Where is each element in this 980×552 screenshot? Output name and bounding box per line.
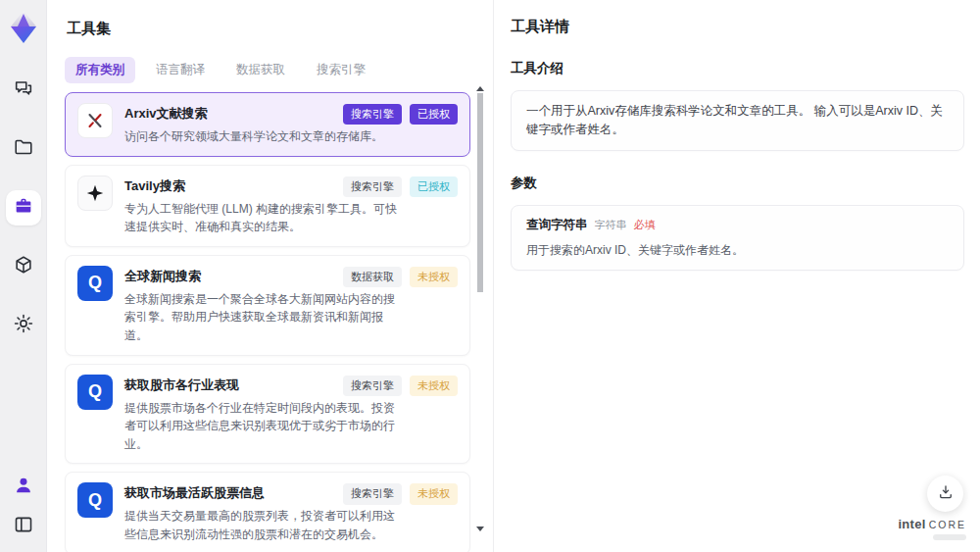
- category-badge: 数据获取: [343, 267, 402, 287]
- folder-icon: [13, 136, 34, 162]
- auth-status-badge: 已授权: [410, 176, 458, 197]
- core-logo-text: CORE: [929, 519, 966, 530]
- tab-data-acquisition[interactable]: 数据获取: [225, 57, 296, 83]
- tool-desc: 提供当天交易量最高的股票列表，投资者可以利用这些信息来识别流动性强的股票和潜在的…: [124, 507, 397, 543]
- intro-heading: 工具介绍: [511, 60, 964, 77]
- tool-desc: 提供股票市场各个行业在特定时间段内的表现。投资者可以利用这些信息来识别表现优于或…: [124, 399, 397, 454]
- tool-card[interactable]: Arxiv文献搜索 访问各个研究领域大量科学论文和文章的存储库。 搜索引擎 已授…: [65, 92, 470, 157]
- page-title: 工具集: [67, 20, 492, 38]
- tool-list-panel: 工具集 所有类别 语言翻译 数据获取 搜索引擎 Arxiv文献搜索 访问各个研究…: [47, 0, 492, 552]
- intel-logo-sub-mark: [933, 534, 966, 540]
- category-badge: 搜索引擎: [343, 176, 402, 197]
- sidebar-item-chat[interactable]: [6, 73, 41, 108]
- param-desc: 用于搜索的Arxiv ID、关键字或作者姓名。: [526, 242, 949, 259]
- tool-desc: 访问各个研究领域大量科学论文和文章的存储库。: [124, 127, 383, 146]
- intro-box: 一个用于从Arxiv存储库搜索科学论文和文章的工具。 输入可以是Arxiv ID…: [511, 90, 964, 151]
- collapse-sidebar-button[interactable]: [10, 513, 37, 540]
- rail-nav: [6, 73, 41, 343]
- intel-core-logo: intelCORE: [898, 515, 966, 540]
- scrollbar-down-arrow[interactable]: [476, 527, 484, 531]
- tool-card[interactable]: Q 获取股市各行业表现 提供股票市场各个行业在特定时间段内的表现。投资者可以利用…: [65, 364, 470, 465]
- sidebar-item-toolbox[interactable]: [6, 190, 41, 226]
- category-badge: 搜索引擎: [343, 104, 402, 125]
- tavily-star-icon: [77, 176, 113, 211]
- auth-status-badge: 未授权: [410, 376, 458, 396]
- blue-q-icon: Q: [77, 375, 113, 410]
- tool-card[interactable]: Tavily搜索 专为人工智能代理 (LLM) 构建的搜索引擎工具。可快速提供实…: [65, 165, 470, 247]
- blue-q-icon: Q: [77, 266, 113, 301]
- tab-language-translation[interactable]: 语言翻译: [145, 57, 216, 83]
- sidebar-item-models[interactable]: [6, 249, 41, 284]
- params-heading: 参数: [511, 175, 964, 192]
- cube-icon: [13, 254, 34, 279]
- detail-title: 工具详情: [511, 18, 964, 36]
- app-logo-icon: [6, 8, 41, 47]
- scrollbar-thumb[interactable]: [477, 93, 483, 292]
- tool-card[interactable]: Q 全球新闻搜索 全球新闻搜索是一个聚合全球各大新闻网站内容的搜索引擎。帮助用户…: [65, 255, 470, 356]
- download-button[interactable]: [927, 476, 963, 512]
- tool-card[interactable]: Q 获取市场最活跃股票信息 提供当天交易量最高的股票列表，投资者可以利用这些信息…: [65, 472, 470, 552]
- param-type: 字符串: [595, 218, 627, 232]
- briefcase-icon: [13, 195, 34, 221]
- auth-status-badge: 未授权: [410, 267, 458, 287]
- left-rail: [0, 0, 47, 552]
- param-name: 查询字符串: [526, 217, 588, 233]
- sidebar-item-files[interactable]: [6, 131, 41, 167]
- intel-logo-text: intel: [898, 517, 925, 531]
- tool-list: Arxiv文献搜索 访问各个研究领域大量科学论文和文章的存储库。 搜索引擎 已授…: [65, 92, 470, 552]
- scrollbar-up-arrow[interactable]: [476, 86, 484, 91]
- param-required-badge: 必填: [634, 218, 656, 232]
- chat-icon: [13, 77, 34, 103]
- blue-q-icon: Q: [77, 482, 113, 518]
- gear-icon: [13, 313, 34, 338]
- intro-text: 一个用于从Arxiv存储库搜索科学论文和文章的工具。 输入可以是Arxiv ID…: [526, 102, 949, 139]
- auth-status-badge: 未授权: [410, 483, 458, 504]
- app-window: 工具集 所有类别 语言翻译 数据获取 搜索引擎 Arxiv文献搜索 访问各个研究…: [0, 0, 980, 552]
- sidebar-item-settings[interactable]: [6, 308, 41, 343]
- auth-status-badge: 已授权: [410, 104, 458, 125]
- arxiv-icon: [77, 103, 113, 138]
- tab-all-categories[interactable]: 所有类别: [65, 57, 135, 83]
- avatar-icon: [13, 475, 34, 500]
- category-tabs: 所有类别 语言翻译 数据获取 搜索引擎: [65, 57, 492, 83]
- tool-desc: 专为人工智能代理 (LLM) 构建的搜索引擎工具。可快速提供实时、准确和真实的结…: [124, 200, 397, 236]
- download-icon: [937, 483, 955, 505]
- tool-desc: 全球新闻搜索是一个聚合全球各大新闻网站内容的搜索引擎。帮助用户快速获取全球最新资…: [124, 290, 397, 345]
- category-badge: 搜索引擎: [343, 376, 402, 396]
- account-button[interactable]: [10, 474, 37, 501]
- panel-toggle-icon: [13, 514, 34, 539]
- tab-search-engine[interactable]: 搜索引擎: [306, 57, 376, 83]
- category-badge: 搜索引擎: [343, 483, 402, 504]
- tool-detail-panel: 工具详情 工具介绍 一个用于从Arxiv存储库搜索科学论文和文章的工具。 输入可…: [494, 0, 980, 552]
- rail-bottom: [10, 474, 37, 540]
- param-box: 查询字符串 字符串 必填 用于搜索的Arxiv ID、关键字或作者姓名。: [511, 205, 964, 271]
